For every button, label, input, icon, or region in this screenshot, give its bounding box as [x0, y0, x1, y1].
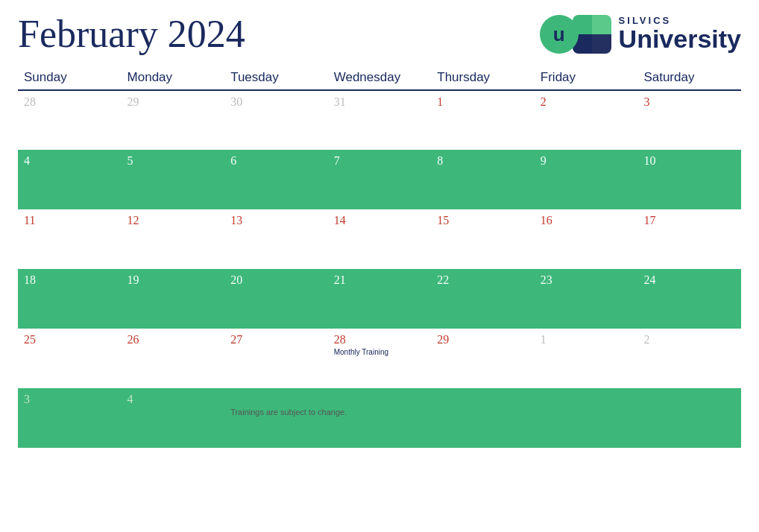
col-sunday: Sunday — [18, 67, 122, 90]
logo-tile-4 — [592, 34, 611, 54]
day-cell: 23 — [535, 269, 638, 329]
day-cell: 3 — [18, 388, 122, 448]
day-cell: 4 — [122, 388, 225, 448]
day-number: 3 — [24, 393, 116, 406]
day-cell: 17 — [637, 209, 741, 269]
day-number: 26 — [127, 333, 219, 346]
day-cell: 26 — [122, 329, 225, 388]
day-number: 8 — [437, 154, 529, 168]
day-cell: 19 — [122, 269, 225, 329]
day-number: 28 — [24, 95, 116, 109]
calendar-row-week4: 18 19 20 21 22 23 24 — [18, 269, 741, 329]
day-cell: 16 — [535, 209, 638, 269]
day-number: 4 — [127, 393, 219, 406]
day-number: 25 — [24, 333, 116, 346]
day-cell: 30 — [224, 90, 328, 150]
day-cell: 18 — [18, 269, 122, 329]
day-number: 23 — [541, 273, 632, 287]
day-number: 15 — [437, 214, 529, 227]
day-cell: 9 — [535, 150, 638, 209]
day-cell: 4 — [18, 150, 122, 209]
day-cell: 28 — [18, 90, 122, 150]
day-cell: 7 — [328, 150, 432, 209]
day-cell: 1 — [535, 329, 638, 388]
calendar-row-week1: 28 29 30 31 1 2 3 — [18, 90, 741, 150]
day-number: 11 — [24, 214, 116, 227]
day-number: 6 — [230, 154, 322, 168]
col-wednesday: Wednesday — [328, 67, 432, 90]
day-number: 5 — [127, 154, 219, 168]
day-number: 17 — [643, 214, 735, 227]
day-number: 2 — [541, 95, 632, 109]
day-cell: 5 — [122, 150, 225, 209]
col-monday: Monday — [122, 67, 225, 90]
day-cell: 29 — [431, 329, 535, 388]
day-cell: 2 — [637, 329, 741, 388]
day-number: 13 — [230, 214, 322, 227]
day-number: 2 — [643, 333, 735, 346]
day-number: 29 — [437, 333, 529, 346]
day-number: 3 — [643, 95, 735, 109]
day-number: 4 — [24, 154, 116, 168]
day-cell: 15 — [431, 209, 535, 269]
logo-text: SILVICS University — [619, 16, 741, 53]
notes-body: Trainings are subject to change. — [230, 408, 735, 417]
notes-cell: Notes Trainings are subject to change. — [224, 388, 741, 448]
col-tuesday: Tuesday — [224, 67, 328, 90]
calendar-table: Sunday Monday Tuesday Wednesday Thursday… — [18, 67, 741, 448]
day-cell: 27 — [224, 329, 328, 388]
logo-u-circle: u — [540, 15, 579, 54]
logo-university-label: University — [619, 25, 741, 53]
logo: u SILVICS University — [540, 15, 741, 54]
calendar-header-row: Sunday Monday Tuesday Wednesday Thursday… — [18, 67, 741, 90]
day-number: 28 — [334, 333, 426, 346]
day-number: 22 — [437, 273, 529, 287]
day-number: 10 — [643, 154, 735, 168]
day-number: 24 — [643, 273, 735, 287]
header: February 2024 u SILVICS University — [18, 15, 741, 54]
calendar-row-week6: 3 4 Notes Trainings are subject to chang… — [18, 388, 741, 448]
day-number: 27 — [230, 333, 322, 346]
logo-icon-group: u — [540, 15, 611, 54]
day-cell: 8 — [431, 150, 535, 209]
day-number: 29 — [127, 95, 219, 109]
day-cell: 2 — [535, 90, 638, 150]
day-number: 1 — [541, 333, 632, 346]
day-number: 30 — [230, 95, 322, 109]
day-cell: 12 — [122, 209, 225, 269]
day-cell: 31 — [328, 90, 432, 150]
day-number: 21 — [334, 273, 426, 287]
col-saturday: Saturday — [637, 67, 741, 90]
day-cell: 21 — [328, 269, 432, 329]
day-number: 20 — [230, 273, 322, 287]
day-cell: 13 — [224, 209, 328, 269]
day-cell: 20 — [224, 269, 328, 329]
calendar-row-week2: 4 5 6 7 8 9 10 — [18, 150, 741, 209]
day-cell: 14 — [328, 209, 432, 269]
day-number: 14 — [334, 214, 426, 227]
calendar-row-week5: 25 26 27 28 Monthly Training 29 1 2 — [18, 329, 741, 388]
day-cell: 10 — [637, 150, 741, 209]
day-number: 16 — [541, 214, 632, 227]
logo-silvics-label: SILVICS — [619, 16, 672, 25]
day-number: 12 — [127, 214, 219, 227]
day-cell: 25 — [18, 329, 122, 388]
day-cell: 6 — [224, 150, 328, 209]
day-cell-training: 28 Monthly Training — [328, 329, 432, 388]
day-cell: 11 — [18, 209, 122, 269]
logo-tile-2 — [592, 15, 611, 34]
col-friday: Friday — [535, 67, 638, 90]
day-number: 7 — [334, 154, 426, 168]
page: February 2024 u SILVICS University — [0, 0, 759, 532]
day-cell: 29 — [122, 90, 225, 150]
day-number: 9 — [541, 154, 632, 168]
day-cell: 24 — [637, 269, 741, 329]
month-title: February 2024 — [18, 15, 245, 54]
notes-title: Notes — [230, 393, 735, 406]
calendar-row-week3: 11 12 13 14 15 16 17 — [18, 209, 741, 269]
day-number: 1 — [437, 95, 529, 109]
event-monthly-training: Monthly Training — [334, 348, 426, 356]
day-cell: 1 — [431, 90, 535, 150]
col-thursday: Thursday — [431, 67, 535, 90]
day-cell: 3 — [637, 90, 741, 150]
